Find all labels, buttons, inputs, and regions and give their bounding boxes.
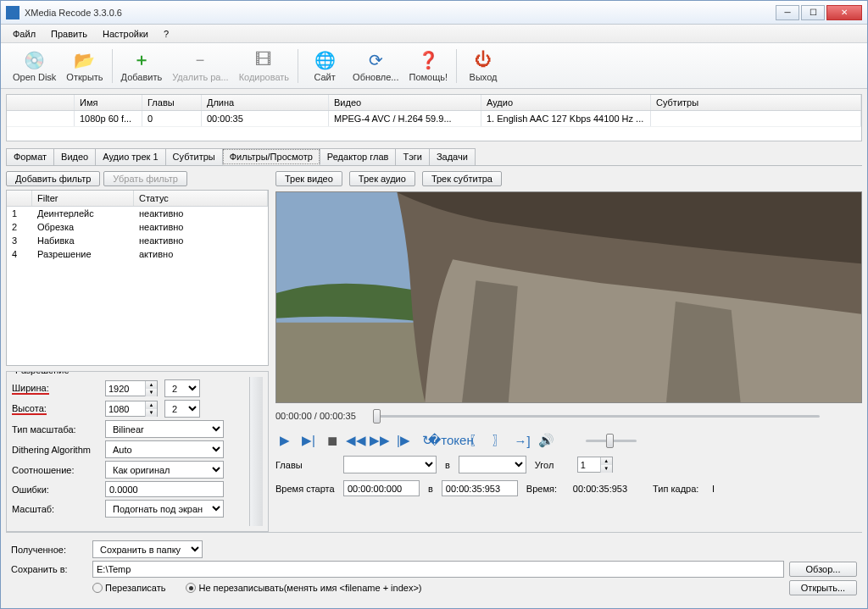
help-button[interactable]: ❓Помощь! <box>403 45 453 87</box>
scale-select[interactable]: Bilinear <box>105 420 224 438</box>
separator <box>112 49 113 83</box>
encode-button: 🎞Кодировать <box>234 45 294 87</box>
tab-filters[interactable]: Фильтры/Просмотр <box>222 148 320 165</box>
start-time-input[interactable] <box>343 480 420 496</box>
refresh-icon: ⟳ <box>365 50 386 70</box>
filter-row[interactable]: 3Набивканеактивно <box>7 234 268 247</box>
bracket-in-icon[interactable]: 〖 <box>465 432 484 449</box>
next-frame-button[interactable]: ▶| <box>299 432 318 449</box>
track-video-button[interactable]: Трек видео <box>275 171 342 186</box>
play-button[interactable]: ▶ <box>275 432 294 449</box>
titlebar[interactable]: XMedia Recode 3.3.0.6 ─ ☐ ✕ <box>1 1 867 25</box>
start-label: Время старта <box>275 484 335 494</box>
separator <box>456 49 457 83</box>
track-sub-button[interactable]: Трек субтитра <box>422 171 502 186</box>
col-filter[interactable]: Filter <box>32 191 134 206</box>
frame-label: Тип кадра: <box>653 484 704 494</box>
open-disk-button[interactable]: 💿Open Disk <box>8 45 61 87</box>
menu-edit[interactable]: Править <box>44 27 94 41</box>
tab-tasks[interactable]: Задачи <box>429 148 476 165</box>
ratio-label: Соотношение: <box>12 465 105 475</box>
fit-select[interactable]: Подогнать под экран <box>105 500 224 518</box>
width-div-select[interactable]: 2 <box>164 379 200 397</box>
col-name[interactable]: Имя <box>75 95 142 110</box>
error-input[interactable] <box>105 481 224 497</box>
output-panel: Полученное: Сохранить в папку Сохранить … <box>6 532 862 603</box>
col-video[interactable]: Видео <box>329 95 481 110</box>
volume-icon[interactable]: 🔊 <box>537 432 555 449</box>
scrollbar[interactable] <box>249 377 263 526</box>
chapter-to-select[interactable] <box>459 456 526 473</box>
power-icon: ⏻ <box>473 50 493 70</box>
open-folder-button[interactable]: Открыть... <box>789 580 857 595</box>
height-label: Высота: <box>12 403 47 415</box>
seek-slider[interactable] <box>373 408 820 424</box>
window-controls: ─ ☐ ✕ <box>776 5 862 20</box>
bracket-out-icon[interactable]: 〗 <box>489 432 508 449</box>
rewind-button[interactable]: ◀◀ <box>347 432 365 449</box>
col-length[interactable]: Длина <box>202 95 329 110</box>
overwrite-radio[interactable]: Перезаписать <box>92 583 165 593</box>
chapter-from-select[interactable] <box>343 456 437 473</box>
right-column: Трек видео Трек аудио Трек субтитра <box>275 171 862 532</box>
step-button[interactable]: |▶ <box>394 432 413 449</box>
col-chapters[interactable]: Главы <box>142 95 202 110</box>
volume-slider[interactable] <box>586 433 637 448</box>
dither-label: Dithering Algorithm <box>12 445 105 455</box>
path-label: Сохранить в: <box>11 564 87 574</box>
help-icon: ❓ <box>418 50 438 70</box>
tab-tags[interactable]: Тэги <box>395 148 430 165</box>
filter-row[interactable]: 2Обрезканеактивно <box>7 220 268 234</box>
update-button[interactable]: ⟳Обновле... <box>348 45 403 87</box>
dest-select[interactable]: Сохранить в папку <box>92 540 203 558</box>
forward-button[interactable]: ▶▶ <box>370 432 389 449</box>
col-subs[interactable]: Субтитры <box>651 95 861 110</box>
filter-row[interactable]: 1Деинтерлейснеактивно <box>7 207 268 220</box>
video-preview[interactable] <box>275 191 862 403</box>
height-div-select[interactable]: 2 <box>164 400 200 418</box>
content: Имя Главы Длина Видео Аудио Субтитры 108… <box>1 89 867 608</box>
ratio-select[interactable]: Как оригинал <box>105 461 224 479</box>
tab-chapters[interactable]: Редактор глав <box>320 148 397 165</box>
minus-icon: － <box>190 50 210 70</box>
exit-button[interactable]: ⏻Выход <box>460 45 506 87</box>
tab-video[interactable]: Видео <box>53 148 96 165</box>
maximize-button[interactable]: ☐ <box>801 5 825 20</box>
path-input[interactable] <box>92 561 784 578</box>
col-audio[interactable]: Аудио <box>481 95 651 110</box>
menu-settings[interactable]: Настройки <box>96 27 155 41</box>
filter-row[interactable]: 4Разрешениеактивно <box>7 247 268 261</box>
tab-audio[interactable]: Аудио трек 1 <box>95 148 165 165</box>
app-window: XMedia Recode 3.3.0.6 ─ ☐ ✕ Файл Править… <box>0 0 868 609</box>
open-button[interactable]: 📂Открыть <box>61 45 108 87</box>
browse-button[interactable]: Обзор... <box>789 562 857 577</box>
menu-file[interactable]: Файл <box>6 27 42 41</box>
frame-value: I <box>712 484 715 494</box>
tab-subs[interactable]: Субтитры <box>165 148 223 165</box>
mark-in-button[interactable]: �токен <box>442 432 460 449</box>
menu-help[interactable]: ? <box>157 27 175 41</box>
add-button[interactable]: ＋Добавить <box>116 45 168 87</box>
end-time-input[interactable] <box>442 480 518 496</box>
minimize-button[interactable]: ─ <box>776 5 799 20</box>
no-overwrite-radio[interactable]: Не перезаписывать(менять имя <filename +… <box>186 583 421 593</box>
height-input[interactable]: ▲▼ <box>105 401 158 417</box>
tab-bar: Формат Видео Аудио трек 1 Субтитры Фильт… <box>6 148 862 166</box>
file-row[interactable]: 1080p 60 f... 0 00:00:35 MPEG-4 AVC / H.… <box>7 111 861 127</box>
width-input[interactable]: ▲▼ <box>105 380 158 396</box>
time-value: 00:00:35:953 <box>573 484 627 494</box>
resolution-group: Разрешение Ширина: ▲▼ 2 Высота: ▲▼ 2 Тип… <box>6 371 269 532</box>
site-button[interactable]: 🌐Сайт <box>302 45 348 87</box>
angle-input[interactable]: ▲▼ <box>577 457 613 473</box>
folder-icon: 📂 <box>75 50 95 70</box>
stop-button[interactable]: ◼ <box>323 432 342 449</box>
col-status[interactable]: Статус <box>134 191 268 206</box>
dither-select[interactable]: Auto <box>105 440 224 458</box>
track-audio-button[interactable]: Трек аудио <box>349 171 415 186</box>
remove-button: －Удалить ра... <box>167 45 233 87</box>
close-button[interactable]: ✕ <box>826 5 862 20</box>
add-filter-button[interactable]: Добавить фильтр <box>6 171 100 186</box>
mark-out-button[interactable]: →] <box>513 432 531 449</box>
window-title: XMedia Recode 3.3.0.6 <box>25 8 776 18</box>
tab-format[interactable]: Формат <box>6 148 54 165</box>
